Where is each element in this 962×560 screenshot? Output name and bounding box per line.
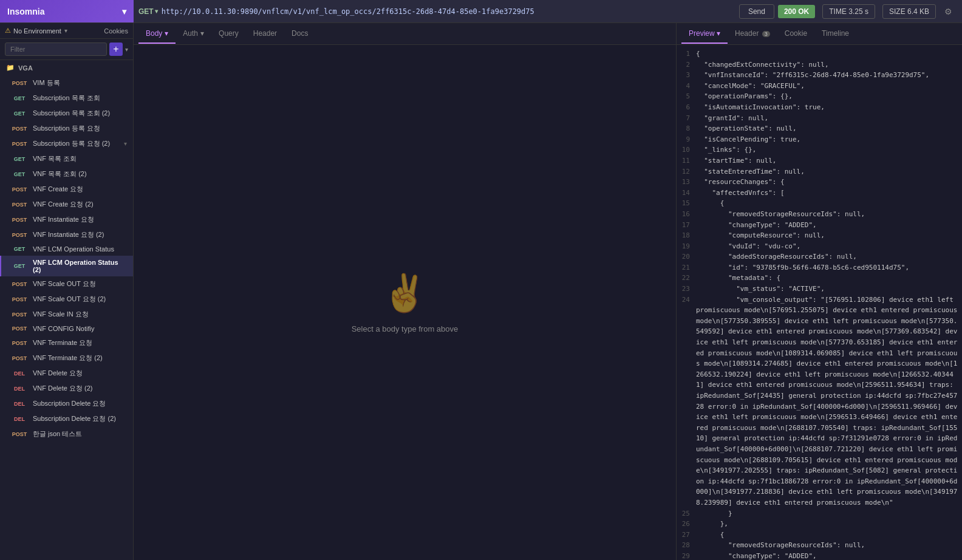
settings-icon[interactable]: ⚙	[944, 7, 952, 16]
sidebar-item[interactable]: POSTVNF Instantiate 요청	[0, 212, 133, 227]
sidebar-item[interactable]: POSTVNF Terminate 요청 (2)	[0, 350, 133, 366]
sidebar-item[interactable]: POSTVNF Scale OUT 요청 (2)	[0, 292, 133, 307]
tab-header[interactable]: Header	[246, 24, 284, 44]
sidebar-item[interactable]: DELVNF Delete 요청	[0, 366, 133, 381]
filter-input[interactable]	[5, 43, 107, 56]
folder-header[interactable]: 📁 VGA	[0, 60, 133, 75]
sidebar-item-label: VNF CONFIG Notifiy	[33, 325, 127, 332]
env-chevron[interactable]: ▾	[64, 27, 67, 34]
tab-auth[interactable]: Auth ▾	[176, 24, 211, 44]
warning-icon: ⚠	[5, 27, 11, 35]
tab-body[interactable]: Body ▾	[138, 24, 176, 44]
line-content: "isCancelPending": true,	[696, 134, 800, 145]
app-title-chevron[interactable]: ▾	[122, 7, 126, 16]
add-request-button[interactable]: +	[109, 43, 123, 56]
sidebar-item[interactable]: POST한글 json 테스트	[0, 426, 133, 442]
sidebar-item-label: Subscription Delete 요청 (2)	[33, 414, 127, 423]
sidebar-item[interactable]: DELSubscription Delete 요청 (2)	[0, 411, 133, 426]
cookies-button[interactable]: Cookies	[104, 27, 128, 35]
method-badge: POST	[10, 311, 29, 318]
line-content: "vnfInstanceId": "2ff6315c-26d8-47d4-85e…	[696, 70, 929, 81]
method-label: GET	[138, 7, 154, 16]
response-line: 6 "isAutomaticInvocation": true,	[679, 102, 960, 113]
response-line: 15 {	[679, 198, 960, 209]
line-content: "vduId": "vdu-co",	[696, 241, 800, 252]
url-input[interactable]	[162, 7, 735, 16]
line-number: 23	[679, 284, 696, 295]
method-badge: GET	[10, 262, 29, 270]
sidebar-item-label: Subscription Delete 요청	[33, 399, 127, 408]
add-chevron[interactable]: ▾	[125, 46, 128, 53]
response-line: 27 {	[679, 530, 960, 541]
response-line: 1{	[679, 49, 960, 60]
method-badge: POST	[10, 80, 29, 87]
line-content: {	[696, 49, 700, 60]
line-number: 5	[679, 91, 696, 102]
method-badge: DEL	[10, 385, 29, 392]
line-number: 29	[679, 551, 696, 560]
time-badge: TIME 3.25 s	[822, 4, 875, 19]
sidebar-item-label: Subscription 등록 요청 (2)	[33, 139, 120, 148]
line-content: }	[696, 508, 732, 519]
method-selector[interactable]: GET ▾	[138, 7, 158, 16]
method-badge: GET	[10, 171, 29, 178]
sidebar-item[interactable]: POSTVNF Instantiate 요청 (2)	[0, 227, 133, 242]
tab-cookie[interactable]: Cookie	[777, 24, 814, 44]
line-number: 16	[679, 209, 696, 220]
response-line: 22 "metadata": {	[679, 273, 960, 284]
method-badge: POST	[10, 125, 29, 132]
empty-state-text: Select a body type from above	[352, 324, 459, 333]
sidebar-item-label: VNF Delete 요청	[33, 369, 127, 378]
sidebar-item[interactable]: POSTVIM 등록	[0, 75, 133, 90]
response-line: 8 "operationState": null,	[679, 123, 960, 134]
sidebar-item-label: VNF 목록 조회 (2)	[33, 169, 127, 179]
line-content: "operationState": null,	[696, 123, 797, 134]
response-line: 24 "vm_console_output": "[576951.102806]…	[679, 295, 960, 508]
sidebar-item[interactable]: GETVNF 목록 조회 (2)	[0, 166, 133, 182]
method-badge: GET	[10, 155, 29, 163]
line-content: "id": "93785f9b-56f6-4678-b5c6-ced950114…	[696, 262, 909, 273]
sidebar-item[interactable]: GETSubscription 목록 조회 (2)	[0, 106, 133, 121]
sidebar: ⚠ No Environment ▾ Cookies + ▾ 📁 VGA POS…	[0, 23, 134, 560]
line-number: 2	[679, 60, 696, 70]
response-line: 19 "vduId": "vdu-co",	[679, 241, 960, 252]
env-label[interactable]: No Environment	[13, 27, 61, 35]
line-content: "vm_status": "ACTIVE",	[696, 284, 825, 295]
sidebar-item[interactable]: POSTVNF Create 요청	[0, 182, 133, 197]
line-number: 27	[679, 530, 696, 541]
sidebar-item[interactable]: DELVNF Delete 요청 (2)	[0, 381, 133, 396]
method-badge: POST	[10, 186, 29, 193]
sidebar-item[interactable]: POSTSubscription 등록 요청	[0, 121, 133, 136]
method-badge: POST	[10, 431, 29, 438]
method-badge: GET	[10, 110, 29, 117]
chevron-down-icon: ▾	[124, 140, 127, 147]
method-badge: GET	[10, 245, 29, 253]
sidebar-item[interactable]: GETVNF 목록 조회	[0, 151, 133, 166]
method-badge: POST	[10, 201, 29, 208]
sidebar-item[interactable]: POSTVNF Create 요청 (2)	[0, 197, 133, 212]
request-tabs: Body ▾ Auth ▾ Query Header Docs	[134, 23, 676, 45]
sidebar-item[interactable]: DELSubscription Delete 요청	[0, 396, 133, 411]
tab-timeline[interactable]: Timeline	[814, 24, 856, 44]
sidebar-item[interactable]: POSTVNF CONFIG Notifiy	[0, 322, 133, 335]
line-content: "changedExtConnectivity": null,	[696, 60, 829, 70]
tab-preview[interactable]: Preview ▾	[681, 24, 728, 44]
tab-query[interactable]: Query	[211, 24, 246, 44]
send-button[interactable]: Send	[739, 4, 774, 19]
response-body[interactable]: 1{2 "changedExtConnectivity": null,3 "vn…	[677, 45, 962, 560]
tab-response-header[interactable]: Header 3	[728, 24, 777, 44]
sidebar-item[interactable]: GETSubscription 목록 조회	[0, 90, 133, 106]
sidebar-item[interactable]: POSTSubscription 등록 요청 (2)▾	[0, 136, 133, 151]
sidebar-item[interactable]: GETVNF LCM Operation Status	[0, 242, 133, 256]
sidebar-item[interactable]: POSTVNF Scale OUT 요청	[0, 276, 133, 292]
method-badge: DEL	[10, 400, 29, 408]
empty-state-icon: ✌️	[382, 271, 428, 315]
response-line: 7 "grantId": null,	[679, 113, 960, 124]
sidebar-item[interactable]: POSTVNF Terminate 요청	[0, 335, 133, 350]
sidebar-item-label: VNF LCM Operation Status	[33, 245, 127, 253]
sidebar-item[interactable]: POSTVNF Scale IN 요청	[0, 307, 133, 322]
line-number: 15	[679, 198, 696, 209]
response-line: 2 "changedExtConnectivity": null,	[679, 60, 960, 70]
tab-docs[interactable]: Docs	[284, 24, 315, 44]
sidebar-item[interactable]: GETVNF LCM Operation Status (2)	[0, 256, 133, 276]
